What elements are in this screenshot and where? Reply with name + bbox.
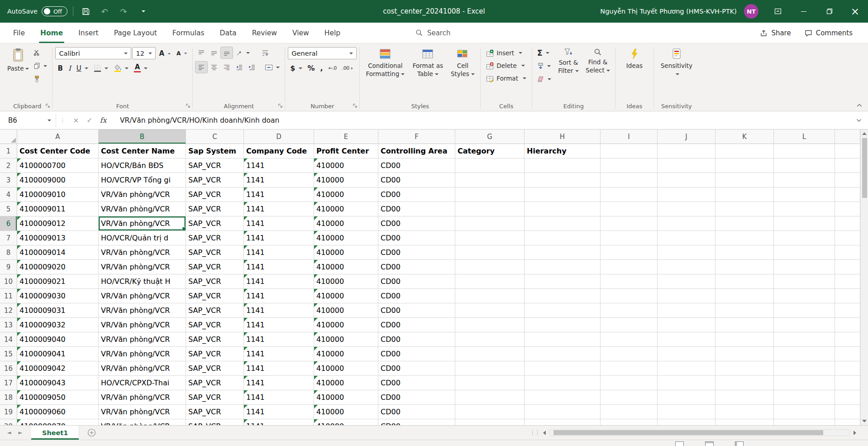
formula-bar-expand-button[interactable]: [854, 117, 863, 124]
italic-button[interactable]: I: [66, 62, 73, 74]
cell-B19[interactable]: VR/Văn phòng/VCR: [99, 405, 186, 419]
tab-scroll-splitter[interactable]: ⋮⋮: [529, 429, 539, 436]
cell-L12[interactable]: [774, 303, 835, 318]
cell-L4[interactable]: [774, 187, 835, 202]
cell-C14[interactable]: SAP_VCR: [186, 332, 244, 347]
cell-F7[interactable]: CD00: [378, 231, 455, 245]
clear-button[interactable]: [535, 73, 553, 85]
cell-E10[interactable]: 410000: [314, 274, 378, 289]
cell-B2[interactable]: HO/VCR/Bán BĐS: [99, 158, 186, 173]
cell-I6[interactable]: [601, 216, 658, 231]
restore-button[interactable]: [816, 0, 842, 23]
cell-H11[interactable]: [525, 289, 601, 303]
merge-center-button[interactable]: [262, 62, 282, 73]
cell-A17[interactable]: 4100009043: [17, 376, 99, 390]
cell-E2[interactable]: 410000: [314, 158, 378, 173]
cell-C8[interactable]: SAP_VCR: [186, 245, 244, 260]
cell-B12[interactable]: VR/Văn phòng/VCR: [99, 303, 186, 318]
cell-F11[interactable]: CD00: [378, 289, 455, 303]
cell-K8[interactable]: [715, 245, 774, 260]
row-header-9[interactable]: 9: [0, 260, 17, 274]
cell-B9[interactable]: VR/Văn phòng/VCR: [99, 260, 186, 274]
cell-D11[interactable]: 1141: [244, 289, 314, 303]
cell-A6[interactable]: 4100009012: [17, 216, 99, 231]
cell-L19[interactable]: [774, 405, 835, 419]
cell-A8[interactable]: 4100009014: [17, 245, 99, 260]
row-header-17[interactable]: 17: [0, 376, 17, 390]
cell-H18[interactable]: [525, 390, 601, 405]
cell-C7[interactable]: SAP_VCR: [186, 231, 244, 245]
cell-H3[interactable]: [525, 173, 601, 187]
formula-input[interactable]: VR/Văn phòng/VCR/HO/Kinh doanh/Kinh doan: [120, 116, 854, 125]
cell-B6[interactable]: VR/Văn phòng/VCR: [99, 216, 186, 231]
cell-I11[interactable]: [601, 289, 658, 303]
cell-B13[interactable]: VR/Văn phòng/VCR: [99, 318, 186, 332]
cell-J11[interactable]: [658, 289, 715, 303]
row-header-20[interactable]: 20: [0, 419, 17, 425]
row-header-14[interactable]: 14: [0, 332, 17, 347]
cell-L1[interactable]: [774, 144, 835, 158]
cell-F4[interactable]: CD00: [378, 187, 455, 202]
column-header-J[interactable]: J: [658, 129, 715, 144]
cell-D17[interactable]: 1141: [244, 376, 314, 390]
cell-K1[interactable]: [715, 144, 774, 158]
cell-C4[interactable]: SAP_VCR: [186, 187, 244, 202]
cell-D2[interactable]: 1141: [244, 158, 314, 173]
ideas-button[interactable]: Ideas: [624, 46, 645, 70]
cell-F16[interactable]: CD00: [378, 361, 455, 376]
cell-I3[interactable]: [601, 173, 658, 187]
cell-I15[interactable]: [601, 347, 658, 361]
fill-handle[interactable]: [182, 227, 185, 230]
cell-H15[interactable]: [525, 347, 601, 361]
cell-J17[interactable]: [658, 376, 715, 390]
cell-H17[interactable]: [525, 376, 601, 390]
cell-L16[interactable]: [774, 361, 835, 376]
share-button[interactable]: Share: [760, 29, 791, 37]
cell-G10[interactable]: [455, 274, 525, 289]
cell-C15[interactable]: SAP_VCR: [186, 347, 244, 361]
align-left-button[interactable]: [196, 62, 207, 73]
cell-D5[interactable]: 1141: [244, 202, 314, 216]
cell-F14[interactable]: CD00: [378, 332, 455, 347]
font-dialog-launcher[interactable]: [186, 103, 191, 108]
cell-E9[interactable]: 410000: [314, 260, 378, 274]
enter-button[interactable]: ✓: [83, 116, 96, 125]
cell-J9[interactable]: [658, 260, 715, 274]
cell-D12[interactable]: 1141: [244, 303, 314, 318]
cell-J16[interactable]: [658, 361, 715, 376]
cell-H10[interactable]: [525, 274, 601, 289]
cell-L3[interactable]: [774, 173, 835, 187]
cell-G18[interactable]: [455, 390, 525, 405]
cell-C5[interactable]: SAP_VCR: [186, 202, 244, 216]
cell-F12[interactable]: CD00: [378, 303, 455, 318]
cell-D13[interactable]: 1141: [244, 318, 314, 332]
cell-K5[interactable]: [715, 202, 774, 216]
cell-L9[interactable]: [774, 260, 835, 274]
cell-E17[interactable]: 410000: [314, 376, 378, 390]
cell-E15[interactable]: 410000: [314, 347, 378, 361]
autosave-toggle[interactable]: Off: [42, 6, 67, 16]
tab-formulas[interactable]: Formulas: [165, 23, 212, 43]
tab-help[interactable]: Help: [317, 23, 348, 43]
cell-styles-button[interactable]: Cell Styles: [448, 46, 477, 78]
column-header-K[interactable]: K: [715, 129, 774, 144]
row-header-1[interactable]: 1: [0, 144, 17, 158]
cell-C3[interactable]: SAP_VCR: [186, 173, 244, 187]
cell-A11[interactable]: 4100009030: [17, 289, 99, 303]
copy-button[interactable]: [31, 60, 49, 72]
row-header-2[interactable]: 2: [0, 158, 17, 173]
cell-K3[interactable]: [715, 173, 774, 187]
cell-D3[interactable]: 1141: [244, 173, 314, 187]
cell-J18[interactable]: [658, 390, 715, 405]
cell-G12[interactable]: [455, 303, 525, 318]
cell-K19[interactable]: [715, 405, 774, 419]
row-header-18[interactable]: 18: [0, 390, 17, 405]
cell-L8[interactable]: [774, 245, 835, 260]
cell-F8[interactable]: CD00: [378, 245, 455, 260]
hscroll-right-arrow[interactable]: [854, 431, 856, 435]
cell-K2[interactable]: [715, 158, 774, 173]
conditional-formatting-button[interactable]: Conditional Formatting: [362, 46, 408, 78]
cell-A5[interactable]: 4100009011: [17, 202, 99, 216]
cell-G6[interactable]: [455, 216, 525, 231]
cell-K17[interactable]: [715, 376, 774, 390]
